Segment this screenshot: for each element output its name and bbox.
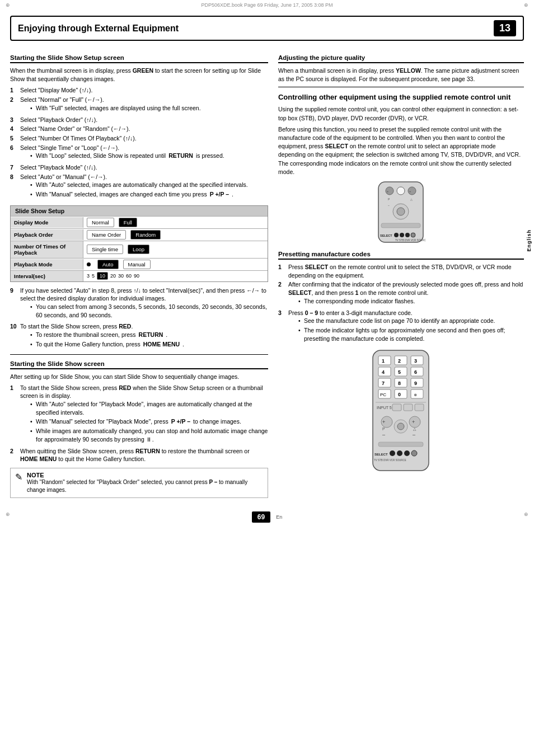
- svg-text:3: 3: [414, 358, 417, 364]
- svg-text:⏺: ⏺: [414, 393, 418, 397]
- svg-text:+: +: [387, 190, 389, 193]
- step-4: 4Select "Name Order" or "Random" (←/→).: [10, 125, 268, 133]
- svg-text:+: +: [412, 419, 415, 425]
- note-content: NOTE With "Random" selected for "Playbac…: [27, 472, 263, 494]
- svg-point-14: [400, 233, 404, 237]
- svg-text:6: 6: [414, 369, 417, 375]
- step-2: 2 Select "Normal" or "Full" (←/→). With …: [10, 96, 268, 114]
- screen-step-1: 1 To start the Slide Show screen, press …: [10, 384, 268, 446]
- svg-text:+: +: [382, 419, 385, 425]
- svg-text:2: 2: [398, 358, 401, 364]
- svg-text:INPUT 5: INPUT 5: [377, 406, 392, 410]
- corner-mark-left: ⊕: [6, 2, 10, 8]
- step-9: 9 If you have selected "Auto" in step 8,…: [10, 287, 268, 322]
- svg-point-15: [405, 233, 410, 237]
- presetting-codes-title: Presetting manufacture codes: [278, 251, 524, 260]
- note-label: NOTE: [27, 472, 44, 478]
- svg-text:–: –: [388, 204, 390, 207]
- step-10: 10 To start the Slide Show screen, press…: [10, 322, 268, 350]
- remote-numpad-svg: 1 2 3 4 5 6 7: [370, 349, 432, 472]
- svg-text:7: 7: [382, 381, 385, 386]
- section-controlling-detail: Before using this function, you need to …: [278, 125, 524, 176]
- step-6: 6 Select "Single Time" or "Loop" (←/→). …: [10, 144, 268, 162]
- step-3: 3Select "Playback Order" (↑/↓).: [10, 116, 268, 124]
- section-slide-show-screen-title: Starting the Slide Show screen: [10, 360, 268, 369]
- content-area: Starting the Slide Show Setup screen Whe…: [0, 49, 534, 498]
- divider: [10, 354, 268, 355]
- step-7: 7Select "Playback Mode" (↑/↓).: [10, 163, 268, 172]
- svg-text:△: △: [410, 198, 413, 201]
- remote-numpad-illustration: 1 2 3 4 5 6 7: [278, 349, 524, 472]
- svg-text:PC: PC: [380, 392, 386, 397]
- right-divider: [278, 87, 524, 87]
- svg-point-13: [394, 233, 399, 237]
- preset-step-3: 3 Press 0 – 9 to enter a 3-digit manufac…: [278, 309, 524, 345]
- section-picture-quality-title: Adjusting the picture quality: [278, 54, 524, 63]
- section-slide-show-screen-intro: After setting up for Slide Show, you can…: [10, 373, 268, 381]
- screen-steps-list: 1 To start the Slide Show screen, press …: [10, 384, 268, 463]
- english-label: English: [526, 228, 532, 253]
- corner-mark-bottom-right: ⊕: [524, 511, 528, 523]
- section-presetting-codes: Presetting manufacture codes 1 Press SEL…: [278, 251, 524, 472]
- svg-rect-11: [381, 223, 420, 228]
- table-header: Slide Show Setup: [11, 206, 268, 216]
- svg-text:–: –: [382, 432, 385, 438]
- section-controlling-intro: Using the supplied remote control unit, …: [278, 105, 524, 122]
- section-controlling-equipment: Controlling other equipment using the su…: [278, 93, 524, 245]
- svg-text:9: 9: [414, 381, 417, 386]
- table-row-num-times: Number Of Times Of Playback Single time …: [11, 241, 268, 258]
- corner-mark-right: ⊕: [524, 2, 528, 8]
- note-text: With "Random" selected for "Playback Ord…: [27, 478, 263, 494]
- svg-text:TV  STB  DVR  VCR  SOURCE: TV STB DVR VCR SOURCE: [395, 239, 426, 242]
- section-slide-show-screen: Starting the Slide Show screen After set…: [10, 360, 268, 498]
- remote-svg-small: + + P △ – SELECT: [376, 181, 426, 245]
- steps-9-10: 9 If you have selected "Auto" in step 8,…: [10, 287, 268, 351]
- svg-point-60: [390, 450, 395, 456]
- svg-text:TV  STB  DVR  VCR  SOURCE: TV STB DVR VCR SOURCE: [374, 459, 406, 462]
- svg-text:1: 1: [382, 358, 385, 364]
- chapter-number: 13: [494, 20, 516, 36]
- svg-text:SELECT: SELECT: [380, 234, 392, 237]
- table-row-interval: Interval(sec) 3 5 10 20 30 60 90: [11, 270, 268, 281]
- top-bar: ⊕ PDP506XDE.book Page 69 Friday, June 17…: [0, 0, 534, 10]
- svg-text:P: P: [382, 427, 385, 431]
- bottom-bar: ⊕ 69 En ⊕: [0, 509, 534, 525]
- note-box: ✎ NOTE With "Random" selected for "Playb…: [10, 468, 268, 498]
- presetting-steps: 1 Press SELECT on the remote control uni…: [278, 263, 524, 345]
- file-info: PDP506XDE.book Page 69 Friday, June 17, …: [202, 2, 333, 8]
- svg-point-63: [411, 450, 417, 456]
- steps-list-setup: 1Select "Display Mode" (↑/↓). 2 Select "…: [10, 86, 268, 200]
- svg-rect-46: [404, 404, 413, 411]
- svg-point-2: [397, 187, 405, 195]
- svg-text:SELECT: SELECT: [374, 453, 388, 456]
- screen-step-2: 2 When quitting the Slide Show screen, p…: [10, 447, 268, 463]
- page-number: 69: [252, 511, 270, 523]
- svg-text:+: +: [409, 190, 411, 193]
- chapter-title: Enjoying through External Equipment: [18, 24, 488, 34]
- corner-mark-bottom-left: ⊕: [6, 511, 10, 523]
- svg-point-10: [397, 208, 405, 215]
- svg-rect-45: [392, 404, 401, 411]
- table-row-playback-mode: Playback Mode Auto Manual: [11, 258, 268, 270]
- svg-text:8: 8: [398, 381, 401, 386]
- svg-text:4: 4: [382, 369, 385, 375]
- note-icon: ✎: [15, 472, 22, 482]
- step-1: 1Select "Display Mode" (↑/↓).: [10, 86, 268, 95]
- svg-point-53: [397, 423, 404, 430]
- section-slide-show-setup: Starting the Slide Show Setup screen Whe…: [10, 54, 268, 351]
- svg-text:–: –: [413, 432, 415, 438]
- svg-text:0: 0: [398, 392, 401, 397]
- section-slide-show-setup-intro: When the thumbnail screen is in display,…: [10, 67, 268, 83]
- right-column: English Adjusting the picture quality Wh…: [278, 49, 524, 498]
- svg-rect-58: [378, 442, 423, 447]
- svg-point-61: [397, 450, 402, 456]
- slide-show-setup-table: Slide Show Setup Display Mode Normal Ful…: [10, 205, 268, 282]
- svg-point-62: [404, 450, 410, 456]
- preset-step-1: 1 Press SELECT on the remote control uni…: [278, 263, 524, 279]
- svg-text:5: 5: [398, 369, 401, 375]
- svg-rect-47: [415, 404, 424, 411]
- table-row-display-mode: Display Mode Normal Full: [11, 216, 268, 228]
- table-row-playback-order: Playback Order Name Order Random: [11, 228, 268, 241]
- section-controlling-title: Controlling other equipment using the su…: [278, 93, 524, 102]
- left-column: Starting the Slide Show Setup screen Whe…: [10, 49, 268, 498]
